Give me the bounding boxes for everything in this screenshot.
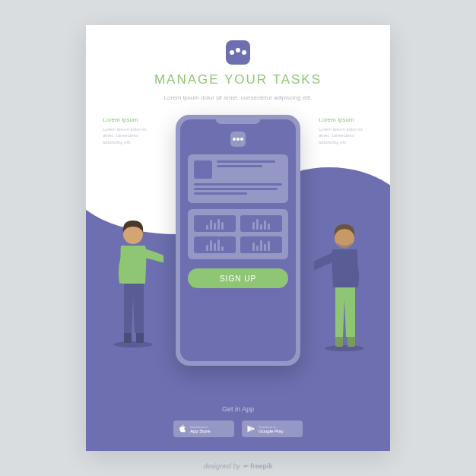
chart-icon: [240, 236, 282, 253]
feature-right-text: Lorem ipsum dolor sit amet, consectetur …: [319, 126, 373, 145]
feature-left-title: Lorem Ipsum: [103, 116, 157, 123]
attribution: designed by ✏ freepik: [203, 462, 272, 470]
phone-screen: Sign Up: [180, 119, 296, 361]
phone-mockup: Sign Up: [176, 115, 300, 366]
apple-top: Download on: [190, 425, 211, 429]
svg-point-0: [113, 341, 153, 347]
feature-left-text: Lorem ipsum dolor sit amet, consectetur …: [103, 126, 157, 145]
footer: Get in App Download onApp Store Download…: [86, 405, 390, 437]
flyer-card: Manage Your Tasks Lorem ipsum dolor sit …: [86, 25, 390, 451]
feature-right-title: Lorem Ipsum: [319, 116, 373, 123]
phone-logo-icon: [230, 132, 246, 147]
app-logo-icon: [226, 40, 250, 65]
page-subtitle: Lorem ipsum dolor sit amet, consectetur …: [162, 94, 314, 103]
page-title: Manage Your Tasks: [101, 72, 375, 87]
thumbnail-icon: [194, 160, 212, 179]
apple-icon: [178, 424, 187, 433]
app-store-button[interactable]: Download onApp Store: [173, 420, 234, 437]
content-panel: [188, 154, 288, 203]
svg-point-4: [325, 345, 364, 351]
google-play-icon: [246, 424, 255, 433]
chart-icon: [194, 236, 236, 253]
store-badges: Download onApp Store Download onGoogle P…: [86, 420, 390, 437]
person-left-illustration: [103, 211, 163, 348]
apple-bottom: App Store: [190, 429, 211, 433]
feature-left: Lorem Ipsum Lorem ipsum dolor sit amet, …: [103, 116, 157, 145]
feature-right: Lorem Ipsum Lorem ipsum dolor sit amet, …: [319, 116, 373, 145]
google-bottom: Google Play: [259, 429, 284, 433]
charts-panel: [188, 209, 288, 259]
person-right-illustration: [314, 215, 375, 352]
footer-label: Get in App: [86, 405, 390, 413]
signup-button[interactable]: Sign Up: [188, 268, 288, 288]
google-play-button[interactable]: Download onGoogle Play: [242, 420, 303, 437]
chart-icon: [240, 215, 282, 232]
chart-icon: [194, 215, 236, 232]
